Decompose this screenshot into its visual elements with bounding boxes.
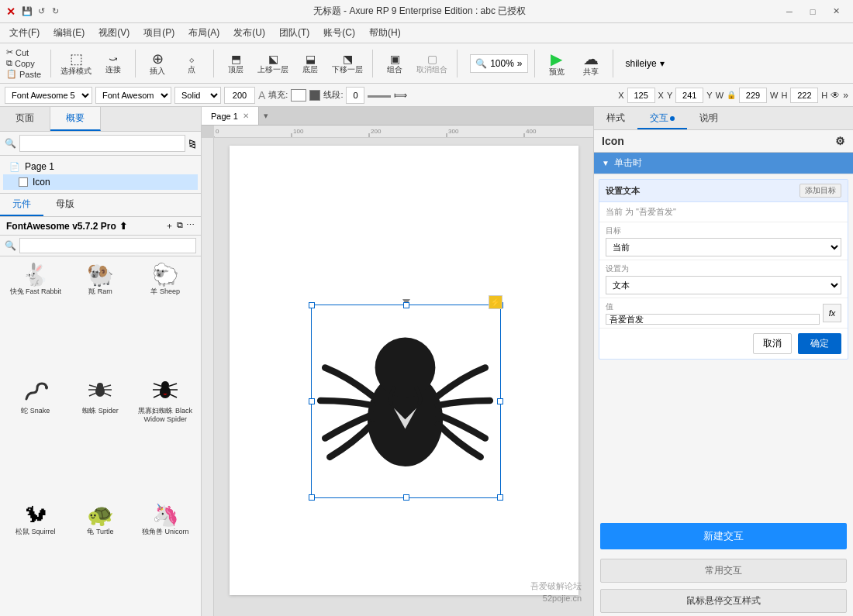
menu-layout[interactable]: 布局(A) xyxy=(182,25,226,41)
comp-squirrel[interactable]: 🐿 松鼠 Squirrel xyxy=(5,501,67,611)
svg-text:200: 200 xyxy=(371,128,382,135)
tab-close-icon[interactable]: ✕ xyxy=(243,112,249,120)
fill-color-box2[interactable] xyxy=(309,90,320,101)
menu-project[interactable]: 项目(P) xyxy=(137,25,181,41)
save-ctrl[interactable]: 💾 xyxy=(22,6,33,17)
fast-rabbit-icon: 🐇 xyxy=(22,264,49,286)
hover-style-button[interactable]: 鼠标悬停交互样式 xyxy=(600,589,847,613)
right-panel-spacer xyxy=(594,364,853,517)
bottom-layer-button[interactable]: ⬓ 底层 xyxy=(295,46,326,81)
fill-color-box[interactable] xyxy=(291,89,306,102)
menu-help[interactable]: 帮助(H) xyxy=(363,25,407,41)
handle-br[interactable] xyxy=(497,494,503,501)
handle-bm[interactable] xyxy=(403,494,409,501)
ungroup-button[interactable]: ▢ 取消组合 xyxy=(413,46,451,81)
select-mode-button[interactable]: ⬚ 选择模式 xyxy=(57,46,95,81)
setas-select[interactable]: 文本 xyxy=(606,276,841,294)
menu-publish[interactable]: 发布(U) xyxy=(227,25,271,41)
more-options-icon[interactable]: » xyxy=(843,90,848,101)
explain-tab[interactable]: 说明 xyxy=(687,107,730,129)
preview-button[interactable]: ▶ 预览 xyxy=(541,46,572,81)
masters-tab[interactable]: 母版 xyxy=(43,194,87,216)
w-input[interactable] xyxy=(739,88,767,103)
comp-black-widow[interactable]: 黑寡妇蜘蛛 Black Widow Spider xyxy=(134,374,196,499)
share-button[interactable]: ☁ 共享 xyxy=(575,46,606,81)
style-tab[interactable]: 样式 xyxy=(594,107,637,129)
stroke-line-box[interactable] xyxy=(368,95,391,98)
layer-item-icon[interactable]: Icon xyxy=(3,174,198,190)
comp-snake[interactable]: 蛇 Snake xyxy=(5,374,67,499)
comp-turtle[interactable]: 🐢 龟 Turtle xyxy=(70,501,132,611)
undo-ctrl[interactable]: ↺ xyxy=(36,6,47,17)
comp-unicorn[interactable]: 🦄 独角兽 Unicorn xyxy=(134,501,196,611)
confirm-button[interactable]: 确定 xyxy=(798,333,841,354)
comp-sheep[interactable]: 🐑 羊 Sheep xyxy=(134,261,196,371)
handle-mr[interactable] xyxy=(497,398,503,404)
font-family-select[interactable]: Font Awesome 5 xyxy=(5,87,92,104)
stroke-value-input[interactable] xyxy=(346,87,364,104)
menu-account[interactable]: 账号(C) xyxy=(317,25,361,41)
paste-button[interactable]: 📋Paste xyxy=(6,69,41,79)
zoom-value[interactable]: 100% xyxy=(490,58,514,69)
point-button[interactable]: ⬦ 点 xyxy=(176,46,207,81)
spider-element-container[interactable]: ⚡ xyxy=(311,305,501,498)
connect-button[interactable]: ⤻ 连接 xyxy=(98,46,129,81)
handle-ml[interactable] xyxy=(309,398,315,404)
comp-fast-rabbit[interactable]: 🐇 快兔 Fast Rabbit xyxy=(5,261,67,371)
filter-icon[interactable]: ⧎ xyxy=(188,138,196,149)
page-item-page1[interactable]: 📄 Page 1 xyxy=(3,159,198,174)
insert-button[interactable]: ⊕ 插入 xyxy=(142,46,173,81)
x-input[interactable] xyxy=(627,88,655,103)
handle-tm[interactable] xyxy=(403,302,409,308)
top-layer-button[interactable]: ⬒ 顶层 xyxy=(220,46,251,81)
title-bar-controls[interactable]: 💾 ↺ ↻ xyxy=(22,6,60,17)
user-menu[interactable]: shileiye ▾ xyxy=(620,55,671,72)
add-comp-icon[interactable]: ＋ xyxy=(165,220,174,232)
layer-checkbox[interactable] xyxy=(19,177,28,187)
comp-ram[interactable]: 🐏 羝 Ram xyxy=(70,261,132,371)
y-input[interactable] xyxy=(675,88,703,103)
overview-tab[interactable]: 概要 xyxy=(50,107,101,131)
pages-tab[interactable]: 页面 xyxy=(0,107,50,131)
window-controls[interactable]: ─ □ ✕ xyxy=(779,3,847,20)
comp-spider[interactable]: 蜘蛛 Spider xyxy=(70,374,132,499)
add-target-button[interactable]: 添加目标 xyxy=(799,184,841,198)
menu-team[interactable]: 团队(T) xyxy=(273,25,316,41)
elements-tab[interactable]: 元件 xyxy=(0,194,43,216)
settings-icon[interactable]: ⚙ xyxy=(835,135,845,147)
menu-file[interactable]: 文件(F) xyxy=(3,25,46,41)
maximize-button[interactable]: □ xyxy=(802,3,824,20)
group-button[interactable]: ▣ 组合 xyxy=(379,46,410,81)
comp-search-input[interactable] xyxy=(19,238,196,253)
move-down-button[interactable]: ⬔ 下移一层 xyxy=(329,46,366,81)
stroke-style-select[interactable]: Solid xyxy=(174,87,221,104)
copy-comp-icon[interactable]: ⧉ xyxy=(177,220,183,232)
close-button[interactable]: ✕ xyxy=(825,3,847,20)
canvas-content[interactable]: ⚡ xyxy=(214,138,593,616)
cancel-button[interactable]: 取消 xyxy=(753,333,792,354)
copy-button[interactable]: ⧉Copy xyxy=(6,58,41,68)
handle-tl[interactable] xyxy=(309,302,315,308)
minimize-button[interactable]: ─ xyxy=(779,3,800,20)
menu-edit[interactable]: 编辑(E) xyxy=(47,25,91,41)
font-style-select[interactable]: Font Awesom xyxy=(95,87,171,104)
canvas-tab-dropdown[interactable]: ▾ xyxy=(259,108,273,123)
h-input[interactable] xyxy=(790,88,818,103)
font-size-input[interactable] xyxy=(224,87,255,104)
fx-button[interactable]: fx xyxy=(823,304,841,322)
target-select[interactable]: 当前 xyxy=(606,238,841,256)
more-comp-icon[interactable]: ⋯ xyxy=(186,220,195,232)
move-up-button[interactable]: ⬕ 上移一层 xyxy=(254,46,292,81)
cut-button[interactable]: ✂Cut xyxy=(6,47,41,57)
layer-search-input[interactable] xyxy=(19,135,185,152)
zoom-control[interactable]: 🔍 100% » xyxy=(470,54,527,73)
new-interaction-button[interactable]: 新建交互 xyxy=(600,523,847,549)
interact-tab[interactable]: 交互 xyxy=(637,107,687,129)
redo-ctrl[interactable]: ↻ xyxy=(50,6,60,17)
canvas-tab-page1[interactable]: Page 1 ✕ xyxy=(202,107,259,125)
menu-view[interactable]: 视图(V) xyxy=(92,25,136,41)
canvas-body: 100 200 300 400 500 xyxy=(202,138,593,616)
value-input[interactable] xyxy=(606,314,820,325)
handle-bl[interactable] xyxy=(309,494,315,501)
turtle-label: 龟 Turtle xyxy=(87,528,113,536)
